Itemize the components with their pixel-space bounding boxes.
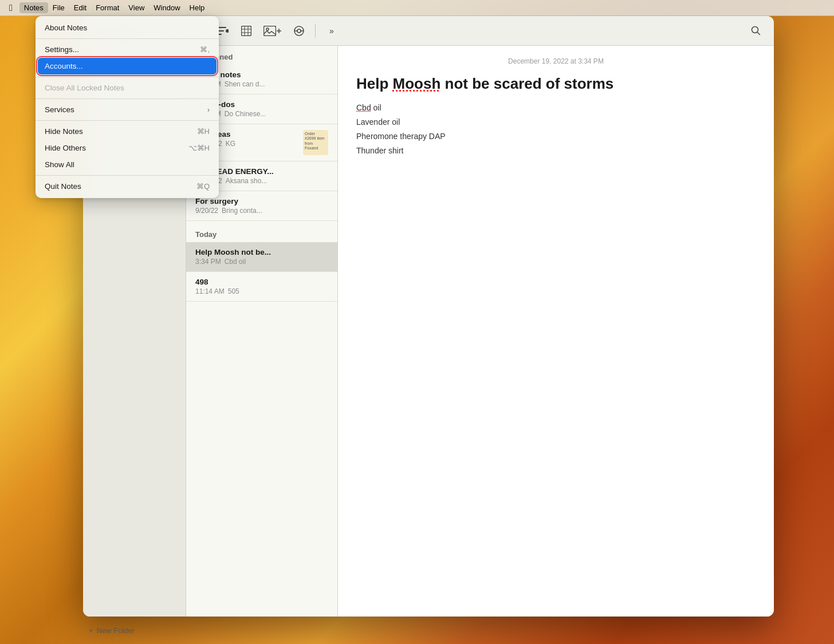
svg-point-15	[226, 29, 229, 33]
window-menu[interactable]: Window	[149, 2, 184, 13]
menu-item-hide-others[interactable]: Hide Others ⌥⌘H	[36, 140, 219, 156]
menu-separator-4	[36, 120, 219, 121]
note-date: December 19, 2022 at 3:34 PM	[356, 57, 756, 65]
svg-point-22	[266, 28, 269, 30]
note-title: 498	[195, 278, 328, 286]
search-button[interactable]	[746, 22, 765, 40]
menu-item-close-locked: Close All Locked Notes	[36, 80, 219, 96]
note-body: Cbd oil Lavender oil Pheromone therapy D…	[356, 101, 756, 159]
file-menu[interactable]: File	[48, 2, 69, 13]
menu-item-about[interactable]: About Notes	[36, 19, 219, 36]
note-item-498[interactable]: 498 11:14 AM 505	[186, 272, 337, 302]
share-button[interactable]	[290, 22, 308, 40]
new-folder-icon: +	[89, 626, 93, 635]
note-item-help-moosh[interactable]: Help Moosh not be... 3:34 PM Cbd oil	[186, 242, 337, 272]
svg-point-24	[297, 29, 301, 33]
menu-item-show-all[interactable]: Show All	[36, 156, 219, 173]
note-body-line-2: Lavender oil	[356, 115, 756, 129]
svg-rect-21	[263, 26, 276, 35]
services-arrow: ›	[207, 106, 210, 114]
new-folder-label: New Folder	[97, 626, 135, 635]
menu-item-services[interactable]: Services ›	[36, 101, 219, 118]
menu-separator-3	[36, 98, 219, 99]
help-menu[interactable]: Help	[185, 2, 210, 13]
svg-rect-16	[241, 26, 251, 35]
table-button[interactable]	[237, 22, 255, 40]
format-menu[interactable]: Format	[91, 2, 124, 13]
notes-dropdown-menu: About Notes Settings... ⌘, Accounts... C…	[36, 16, 219, 198]
svg-rect-12	[218, 27, 226, 28]
note-body-line-1: Cbd oil	[356, 101, 756, 115]
note-detail: December 19, 2022 at 3:34 PM Help Moosh …	[338, 46, 774, 617]
view-menu[interactable]: View	[124, 2, 149, 13]
moosh-underline: Moosh	[393, 75, 441, 92]
note-title: Help Moosh not be...	[195, 248, 328, 256]
note-meta: 11:14 AM 505	[195, 287, 328, 295]
note-content: For surgery 9/20/22 Bring conta...	[195, 197, 328, 215]
svg-line-28	[757, 32, 760, 35]
menu-item-settings[interactable]: Settings... ⌘,	[36, 41, 219, 58]
note-meta: 9/20/22 Bring conta...	[195, 207, 328, 215]
menu-separator-2	[36, 77, 219, 77]
new-folder-button[interactable]: + New Folder	[89, 626, 135, 635]
note-title: For surgery	[195, 197, 328, 206]
note-body-line-3: Pheromone therapy DAP	[356, 129, 756, 144]
note-content: 498 11:14 AM 505	[195, 278, 328, 295]
menu-item-accounts[interactable]: Accounts...	[38, 58, 217, 74]
today-header: Today	[186, 221, 337, 242]
menu-separator-1	[36, 38, 219, 39]
media-button[interactable]	[260, 22, 285, 40]
notes-menu[interactable]: Notes	[19, 2, 48, 13]
more-button[interactable]: »	[322, 22, 341, 40]
note-content: Help Moosh not be... 3:34 PM Cbd oil	[195, 248, 328, 266]
toolbar-divider-2	[315, 24, 316, 38]
menu-item-hide-notes[interactable]: Hide Notes ⌘H	[36, 123, 219, 140]
svg-rect-13	[218, 30, 224, 31]
note-heading: Help Moosh not be scared of storms	[356, 74, 756, 94]
note-meta: 3:34 PM Cbd oil	[195, 258, 328, 266]
note-body-line-4: Thunder shirt	[356, 144, 756, 158]
menu-item-quit[interactable]: Quit Notes ⌘Q	[36, 178, 219, 195]
note-thumbnail: Order #2699 item from Foxand	[303, 130, 328, 155]
menu-separator-5	[36, 175, 219, 176]
apple-menu[interactable]: 	[5, 2, 17, 14]
menubar:  Notes File Edit Format View Window Hel…	[0, 0, 834, 16]
edit-menu[interactable]: Edit	[69, 2, 91, 13]
